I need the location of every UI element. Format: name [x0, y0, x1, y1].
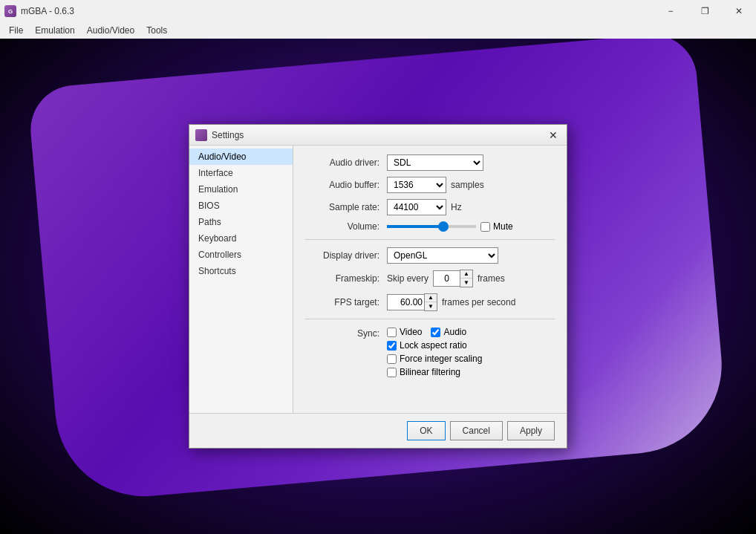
sample-rate-controls: 22050 32000 44100 48000 Hz	[387, 199, 462, 215]
audio-driver-controls: SDL OpenAL None	[387, 154, 483, 171]
fps-target-spinbox: ▲ ▼	[387, 293, 437, 311]
menu-audio-video[interactable]: Audio/Video	[81, 24, 141, 37]
section-divider-2	[305, 319, 555, 319]
display-driver-row: Display driver: OpenGL Software OpenGL (…	[305, 247, 555, 264]
display-driver-controls: OpenGL Software OpenGL (force 1x)	[387, 247, 498, 264]
fps-down-arrow[interactable]: ▼	[425, 302, 437, 310]
cancel-button[interactable]: Cancel	[450, 421, 503, 440]
sync-video-text: Video	[400, 327, 422, 337]
sample-rate-row: Sample rate: 22050 32000 44100 48000 Hz	[305, 199, 555, 215]
sync-audio-text: Audio	[443, 327, 466, 337]
bilinear-filtering-label[interactable]: Bilinear filtering	[387, 367, 482, 377]
force-integer-scaling-label[interactable]: Force integer scaling	[387, 354, 482, 364]
menu-file[interactable]: File	[3, 24, 29, 37]
sync-inline-row: Video Audio	[387, 327, 482, 337]
app-title: mGBA - 0.6.3	[21, 6, 74, 16]
sidebar-item-keyboard[interactable]: Keyboard	[189, 230, 293, 247]
settings-sidebar: Audio/Video Interface Emulation BIOS Pat…	[189, 146, 293, 413]
audio-buffer-label: Audio buffer:	[305, 180, 387, 190]
fps-target-label: FPS target:	[305, 297, 387, 307]
frameskip-arrows: ▲ ▼	[460, 270, 473, 287]
sidebar-item-paths[interactable]: Paths	[189, 214, 293, 230]
mute-checkbox[interactable]	[480, 222, 490, 232]
audio-driver-select[interactable]: SDL OpenAL None	[387, 154, 483, 171]
menubar: File Emulation Audio/Video Tools	[0, 22, 756, 39]
sidebar-item-emulation[interactable]: Emulation	[189, 181, 293, 198]
fps-target-row: FPS target: ▲ ▼ frames per second	[305, 293, 555, 311]
settings-content: Audio driver: SDL OpenAL None Audio buff…	[293, 146, 567, 413]
fps-target-controls: ▲ ▼ frames per second	[387, 293, 515, 311]
audio-buffer-select[interactable]: 512 1024 1536 2048 4096	[387, 177, 446, 193]
fps-target-arrows: ▲ ▼	[424, 293, 437, 311]
dialog-overlay: Settings ✕ Audio/Video Interface Emulati…	[0, 39, 756, 534]
dialog-close-button[interactable]: ✕	[546, 128, 561, 143]
app-icon: G	[4, 5, 16, 17]
titlebar-controls: − ❐ ✕	[654, 0, 756, 22]
audio-buffer-row: Audio buffer: 512 1024 1536 2048 4096 sa…	[305, 177, 555, 193]
maximize-button[interactable]: ❐	[688, 0, 722, 22]
frameskip-label: Frameskip:	[305, 273, 387, 284]
apply-button[interactable]: Apply	[507, 421, 555, 440]
dialog-titlebar: Settings ✕	[189, 125, 567, 146]
lock-aspect-ratio-checkbox[interactable]	[387, 341, 397, 351]
menu-emulation[interactable]: Emulation	[29, 24, 80, 37]
bilinear-filtering-text: Bilinear filtering	[400, 367, 460, 377]
settings-dialog: Settings ✕ Audio/Video Interface Emulati…	[189, 124, 567, 449]
volume-slider[interactable]	[387, 225, 476, 228]
bilinear-filtering-checkbox[interactable]	[387, 368, 397, 377]
sync-label: Sync:	[305, 327, 387, 339]
section-divider-1	[305, 239, 555, 240]
sample-rate-select[interactable]: 22050 32000 44100 48000	[387, 199, 446, 215]
dialog-footer: OK Cancel Apply	[189, 413, 567, 448]
audio-driver-label: Audio driver:	[305, 157, 387, 168]
frameskip-input[interactable]	[433, 270, 460, 287]
sidebar-item-bios[interactable]: BIOS	[189, 198, 293, 214]
sidebar-item-audio-video[interactable]: Audio/Video	[189, 149, 293, 165]
mute-checkbox-label[interactable]: Mute	[480, 221, 513, 232]
lock-aspect-ratio-text: Lock aspect ratio	[400, 340, 467, 351]
audio-buffer-controls: 512 1024 1536 2048 4096 samples	[387, 177, 484, 193]
fps-target-suffix: frames per second	[442, 297, 515, 307]
display-driver-select[interactable]: OpenGL Software OpenGL (force 1x)	[387, 247, 498, 264]
titlebar: G mGBA - 0.6.3 − ❐ ✕	[0, 0, 756, 22]
ok-button[interactable]: OK	[407, 421, 445, 440]
frameskip-up-arrow[interactable]: ▲	[460, 270, 472, 279]
audio-buffer-unit: samples	[451, 180, 484, 190]
sample-rate-label: Sample rate:	[305, 202, 387, 212]
force-integer-scaling-checkbox[interactable]	[387, 354, 397, 364]
frameskip-down-arrow[interactable]: ▼	[460, 279, 472, 287]
frameskip-controls: Skip every ▲ ▼ frames	[387, 270, 505, 287]
volume-controls: Mute	[387, 221, 513, 232]
dialog-body: Audio/Video Interface Emulation BIOS Pat…	[189, 146, 567, 413]
fps-up-arrow[interactable]: ▲	[425, 294, 437, 302]
frameskip-suffix: frames	[478, 273, 505, 284]
display-driver-label: Display driver:	[305, 250, 387, 261]
lock-aspect-ratio-label[interactable]: Lock aspect ratio	[387, 340, 482, 351]
volume-label: Volume:	[305, 221, 387, 232]
sidebar-item-controllers[interactable]: Controllers	[189, 247, 293, 263]
dialog-title: Settings	[212, 130, 546, 140]
menu-tools[interactable]: Tools	[140, 24, 173, 37]
sidebar-item-interface[interactable]: Interface	[189, 165, 293, 181]
minimize-button[interactable]: −	[654, 0, 688, 22]
sync-row: Sync: Video Audio	[305, 327, 555, 377]
sync-video-checkbox[interactable]	[387, 328, 397, 337]
fps-target-input[interactable]	[387, 294, 424, 310]
sync-options: Video Audio Lock aspect ratio	[387, 327, 482, 377]
audio-driver-row: Audio driver: SDL OpenAL None	[305, 154, 555, 171]
app-close-button[interactable]: ✕	[722, 0, 756, 22]
volume-row: Volume: Mute	[305, 221, 555, 232]
sample-rate-unit: Hz	[451, 202, 462, 212]
mute-label: Mute	[493, 221, 513, 232]
frameskip-row: Frameskip: Skip every ▲ ▼ frames	[305, 270, 555, 287]
sync-audio-label[interactable]: Audio	[431, 327, 466, 337]
dialog-icon	[195, 129, 207, 141]
frameskip-spinbox: ▲ ▼	[433, 270, 473, 287]
force-integer-scaling-text: Force integer scaling	[400, 354, 482, 364]
frameskip-prefix: Skip every	[387, 273, 428, 284]
sync-audio-checkbox[interactable]	[431, 328, 440, 337]
sync-video-label[interactable]: Video	[387, 327, 422, 337]
sidebar-item-shortcuts[interactable]: Shortcuts	[189, 263, 293, 279]
